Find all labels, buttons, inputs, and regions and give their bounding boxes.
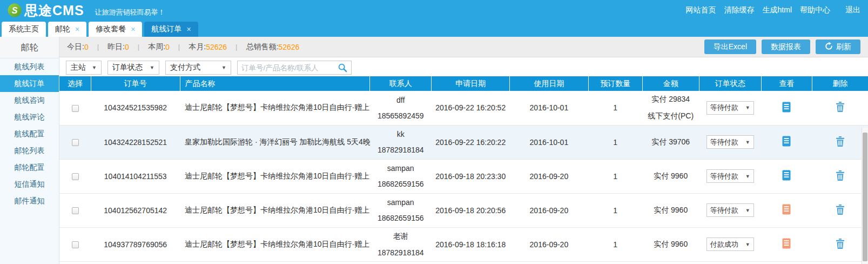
tab-label: 系统主页 [9, 24, 39, 34]
search-input[interactable] [241, 64, 338, 72]
tab-bar: 系统主页 邮轮 × 修改套餐 × 航线订单 × [0, 21, 868, 37]
stat-value: 0 [84, 43, 89, 51]
apply-date: 2016-09-22 16:20:22 [432, 125, 510, 159]
sidebar-item[interactable]: 航线订单 [0, 75, 59, 92]
sidebar-item[interactable]: 航线评论 [0, 109, 59, 126]
sidebar-item[interactable]: 邮轮列表 [0, 142, 59, 159]
top-nav-link[interactable]: 生成html [763, 5, 792, 15]
contact-cell: sampan 18682659156 [370, 164, 432, 188]
tab[interactable]: 修改套餐 × [89, 22, 142, 37]
view-order-icon[interactable] [782, 136, 791, 147]
export-excel-button[interactable]: 导出Excel [704, 39, 756, 54]
order-status-select[interactable]: 等待付款 ▼ [706, 135, 754, 149]
stat-item: 本月:52626 [170, 42, 227, 52]
sidebar-menu: 航线列表航线订单航线咨询航线评论航线配置邮轮列表邮轮配置短信通知邮件通知 [0, 58, 59, 209]
filter-select[interactable]: 订单状态 ▼ [107, 61, 159, 75]
column-header: 订单状态 [699, 76, 761, 91]
row-checkbox[interactable] [72, 105, 79, 112]
table-row: 104014104211553 迪士尼邮轮【梦想号】卡纳维拉尔角港10日自由行·… [59, 159, 868, 193]
order-number: 104014104211553 [91, 159, 180, 193]
apply-date: 2016-09-18 20:20:56 [432, 193, 510, 227]
logout-link[interactable]: 退出 [845, 5, 860, 15]
sidebar-item[interactable]: 航线列表 [0, 58, 59, 75]
sidebar-item[interactable]: 航线咨询 [0, 92, 59, 109]
contact-name: sampan [387, 198, 414, 207]
order-status-select[interactable]: 等待付款 ▼ [706, 169, 754, 183]
column-header: 选择 [59, 76, 91, 91]
content-area: 今日:0昨日:0本周:0本月:52626总销售额:52626 导出Excel数据… [59, 37, 868, 264]
delete-order-icon[interactable] [836, 239, 844, 249]
delete-order-icon[interactable] [836, 136, 844, 147]
view-order-icon[interactable] [782, 204, 791, 215]
sidebar-item[interactable]: 航线配置 [0, 126, 59, 142]
refresh-icon [825, 42, 833, 52]
tab-close-icon[interactable]: × [75, 25, 79, 33]
filter-select[interactable]: 主站 ▼ [66, 61, 102, 75]
contact-phone: 18782918184 [378, 146, 424, 154]
amount-paid: 实付 9960 [654, 240, 688, 249]
order-number: 104324521535982 [91, 91, 180, 125]
app-logo: S 思途CMS [8, 3, 84, 17]
data-report-button[interactable]: 数据报表 [762, 39, 810, 54]
stat-label: 本周: [148, 42, 165, 52]
view-order-icon[interactable] [782, 170, 791, 181]
top-nav-link[interactable]: 帮助中心 [800, 5, 830, 15]
refresh-button[interactable]: 刷新 [816, 39, 860, 54]
amount-cell: 实付 9960 [642, 206, 699, 215]
view-order-icon[interactable] [782, 238, 791, 249]
table-row: 104012562705142 迪士尼邮轮【梦想号】卡纳维拉尔角港10日自由行·… [59, 193, 868, 227]
stat-label: 本月: [189, 42, 206, 52]
row-checkbox[interactable] [72, 241, 79, 248]
filter-select-value: 订单状态 [112, 63, 143, 72]
stat-item: 昨日:0 [89, 42, 129, 52]
top-nav-link[interactable]: 网站首页 [686, 5, 716, 15]
use-date: 2016-10-01 [510, 125, 588, 159]
row-checkbox[interactable] [72, 207, 79, 214]
delete-order-icon[interactable] [836, 204, 844, 215]
delete-order-icon[interactable] [836, 102, 844, 112]
product-name: 迪士尼邮轮【梦想号】卡纳维拉尔角港10日自由行·赠上海迪... [180, 91, 370, 125]
tab-close-icon[interactable]: × [186, 25, 191, 33]
view-order-icon[interactable] [782, 102, 791, 113]
order-status-select[interactable]: 等待付款 ▼ [706, 203, 754, 217]
table-row: 104324228152521 皇家加勒比国际游轮 · 海洋幻丽号 加勒比海航线… [59, 125, 868, 159]
tab[interactable]: 系统主页 [2, 22, 46, 37]
row-checkbox[interactable] [72, 173, 79, 180]
sidebar-item[interactable]: 邮件通知 [0, 193, 59, 209]
top-nav-link[interactable]: 清除缓存 [724, 5, 755, 15]
sidebar-item[interactable]: 短信通知 [0, 176, 59, 193]
chevron-down-icon: ▼ [150, 65, 154, 70]
tab-close-icon[interactable]: × [131, 25, 135, 33]
contact-name: 老谢 [393, 232, 408, 241]
stat-label: 总销售额: [246, 42, 278, 52]
order-status-select[interactable]: 等待付款 ▼ [706, 101, 754, 115]
contact-phone: 18682659156 [378, 214, 424, 222]
apply-date: 2016-09-18 20:23:30 [432, 159, 510, 193]
chevron-down-icon: ▼ [745, 105, 750, 110]
status-value: 付款成功 [710, 240, 738, 249]
sidebar-item[interactable]: 邮轮配置 [0, 159, 59, 176]
amount-cell: 实付 29834 线下支付(PC) [642, 95, 699, 121]
order-status-select[interactable]: 付款成功 ▼ [706, 237, 754, 251]
stat-label: 昨日: [107, 42, 125, 52]
tab[interactable]: 邮轮 × [48, 22, 86, 37]
chevron-down-icon: ▼ [745, 174, 750, 179]
contact-phone: 18782918184 [378, 248, 424, 257]
delete-order-icon[interactable] [836, 170, 844, 181]
tab-label: 修改套餐 [96, 24, 126, 34]
chevron-down-icon: ▼ [92, 65, 97, 70]
apply-date: 2016-09-22 16:20:52 [432, 91, 510, 125]
vertical-scrollbar-thumb[interactable] [863, 133, 867, 261]
search-box [237, 61, 352, 75]
amount-paid: 实付 29834 [651, 95, 690, 104]
row-checkbox[interactable] [72, 139, 79, 146]
order-number: 104937789769056 [91, 227, 180, 261]
status-value: 等待付款 [710, 103, 738, 113]
filter-select[interactable]: 支付方式 ▼ [165, 61, 231, 75]
product-name: 迪士尼邮轮【梦想号】卡纳维拉尔角港10日自由行·赠上海迪... [180, 159, 370, 193]
app-title: 思途CMS [24, 4, 84, 17]
use-date: 2016-10-01 [510, 91, 588, 125]
search-icon[interactable] [338, 63, 347, 72]
tab[interactable]: 航线订单 × [144, 22, 198, 37]
vertical-scrollbar-track[interactable] [862, 128, 868, 264]
